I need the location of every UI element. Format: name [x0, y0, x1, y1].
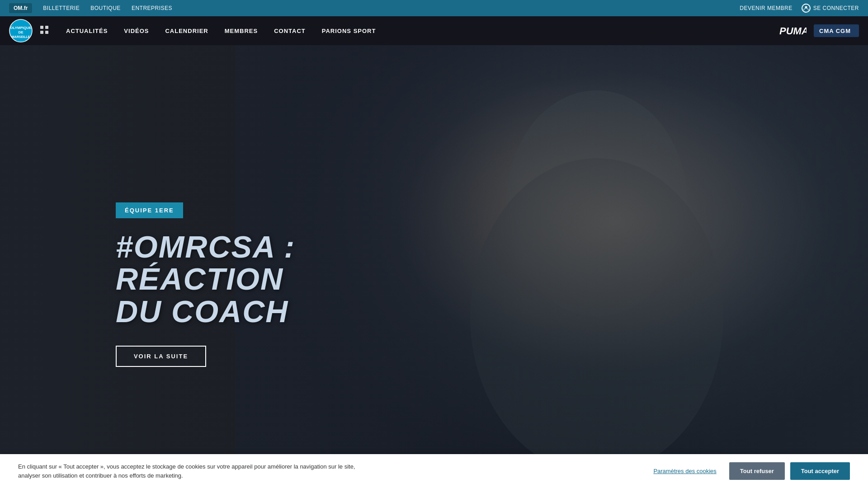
- svg-rect-5: [40, 26, 43, 29]
- nav-membres[interactable]: MEMBRES: [217, 16, 266, 45]
- nav-sponsors: PUMA CMA CGM: [779, 23, 859, 38]
- se-connecter-link[interactable]: Se connecter: [802, 4, 859, 13]
- svg-text:DE: DE: [18, 30, 24, 34]
- svg-text:CMA CGM: CMA CGM: [819, 28, 851, 34]
- nav-videos[interactable]: VIDÉOS: [116, 16, 157, 45]
- main-nav: OLYMPIQUE DE MARSEILLE ACTUALITÉS VIDÉOS…: [0, 16, 868, 45]
- hero-title: #OMRCSA : RÉACTION DU COACH: [116, 231, 295, 328]
- svg-rect-6: [45, 26, 48, 29]
- billetterie-link[interactable]: BILLETTERIE: [43, 5, 80, 11]
- cookie-refuse-button[interactable]: Tout refuser: [729, 462, 785, 480]
- svg-text:PUMA: PUMA: [779, 25, 807, 37]
- se-connecter-label: Se connecter: [813, 5, 859, 11]
- grid-icon[interactable]: [40, 25, 49, 37]
- cma-cgm-logo: CMA CGM: [814, 24, 859, 37]
- hero-title-line3: DU COACH: [116, 294, 288, 328]
- hero-title-line1: #OMRCSA :: [116, 230, 295, 264]
- hero: ÉQUIPE 1ERE #OMRCSA : RÉACTION DU COACH …: [0, 45, 868, 488]
- nav-actualites[interactable]: ACTUALITÉS: [58, 16, 116, 45]
- cookie-params-button[interactable]: Paramètres des cookies: [646, 463, 723, 479]
- top-bar: OM.fr BILLETTERIE BOUTIQUE ENTREPRISES D…: [0, 0, 868, 16]
- devenir-membre-link[interactable]: Devenir Membre: [740, 5, 792, 11]
- top-bar-left: OM.fr BILLETTERIE BOUTIQUE ENTREPRISES: [9, 3, 172, 13]
- cookie-accept-button[interactable]: Tout accepter: [790, 462, 850, 480]
- hero-content: ÉQUIPE 1ERE #OMRCSA : RÉACTION DU COACH …: [0, 45, 295, 488]
- nav-contact[interactable]: CONTACT: [266, 16, 314, 45]
- cookie-buttons: Paramètres des cookies Tout refuser Tout…: [646, 462, 850, 480]
- om-logo[interactable]: OLYMPIQUE DE MARSEILLE: [9, 19, 33, 42]
- hero-tag: ÉQUIPE 1ERE: [116, 202, 183, 218]
- puma-logo: PUMA: [779, 23, 807, 38]
- svg-text:MARSEILLE: MARSEILLE: [12, 35, 30, 38]
- cookie-text: En cliquant sur « Tout accepter », vous …: [18, 462, 362, 480]
- boutique-link[interactable]: BOUTIQUE: [90, 5, 121, 11]
- nav-parions-sport[interactable]: PARIONS SPORT: [314, 16, 384, 45]
- hero-title-line2: RÉACTION: [116, 262, 283, 296]
- svg-text:OLYMPIQUE: OLYMPIQUE: [10, 26, 32, 30]
- entreprises-link[interactable]: ENTREPRISES: [132, 5, 172, 11]
- voir-la-suite-button[interactable]: VOIR LA SUITE: [116, 346, 206, 367]
- nav-links: ACTUALITÉS VIDÉOS CALENDRIER MEMBRES CON…: [58, 16, 779, 45]
- top-bar-right: Devenir Membre Se connecter: [740, 4, 859, 13]
- om-fr-link[interactable]: OM.fr: [9, 3, 32, 13]
- nav-calendrier[interactable]: CALENDRIER: [157, 16, 216, 45]
- cookie-banner: En cliquant sur « Tout accepter », vous …: [0, 454, 868, 488]
- svg-rect-8: [45, 31, 48, 34]
- svg-rect-7: [40, 31, 43, 34]
- user-icon: [802, 4, 811, 13]
